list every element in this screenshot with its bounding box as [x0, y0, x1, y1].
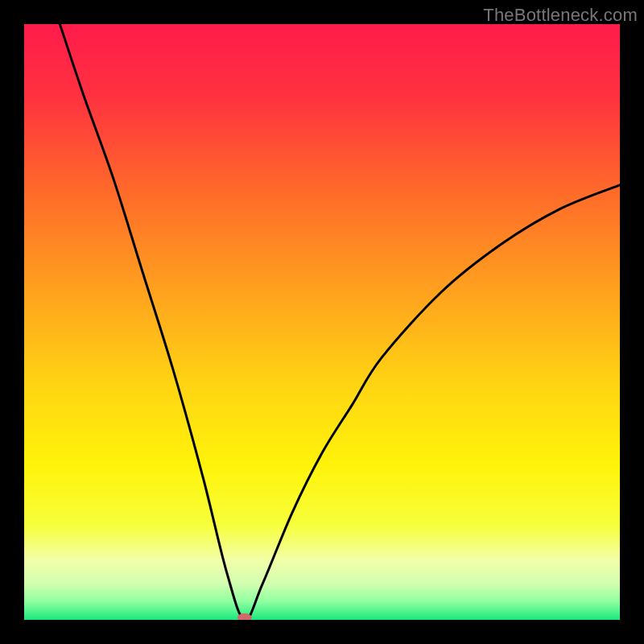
- watermark-text: TheBottleneck.com: [483, 5, 638, 26]
- chart-svg: [24, 24, 620, 620]
- gradient-background: [24, 24, 620, 620]
- chart-frame: TheBottleneck.com: [0, 0, 644, 644]
- plot-area: [24, 24, 620, 620]
